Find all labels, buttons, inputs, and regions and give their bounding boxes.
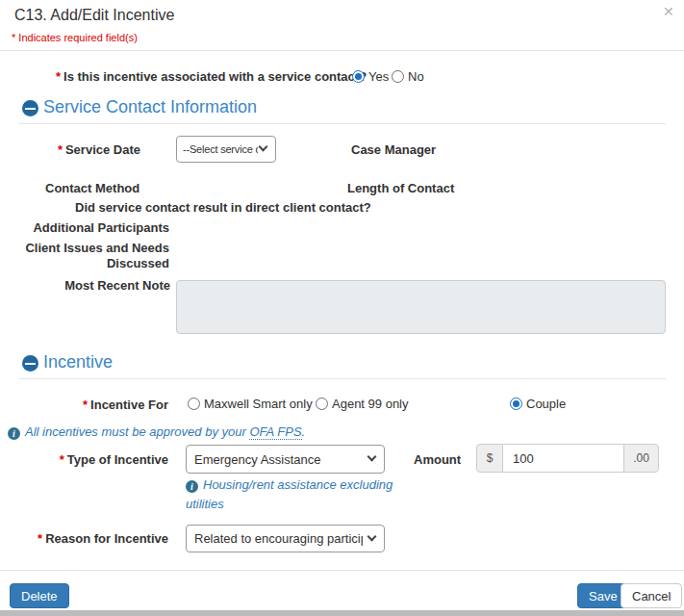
client-issues-label: Client Issues and Needs Discussed (0, 241, 169, 271)
service-contact-question-label: *Is this incentive associated with a ser… (56, 69, 367, 84)
page-background-strip (0, 610, 684, 616)
radio-selected-icon[interactable] (352, 70, 365, 83)
cancel-button[interactable]: Cancel (621, 583, 682, 608)
required-asterisk: * (56, 69, 61, 84)
radio-unselected-icon[interactable] (392, 70, 404, 83)
approval-note: iAll incentives must be approved by your… (8, 423, 305, 442)
section-title-service-contact: Service Contact Information (43, 97, 257, 117)
amount-label: Amount (414, 452, 461, 467)
radio-yes[interactable]: Yes (352, 69, 389, 84)
minus-circle-icon[interactable] (22, 100, 38, 116)
radio-no[interactable]: No (392, 69, 424, 84)
close-icon[interactable]: ✕ (663, 4, 674, 19)
incentive-for-label: *Incentive For (0, 398, 168, 412)
divider (0, 50, 684, 51)
most-recent-note-textarea (176, 280, 666, 334)
radio-unselected-icon[interactable] (316, 398, 328, 410)
ofa-fps-link[interactable]: OFA FPS (249, 424, 301, 440)
most-recent-note-label: Most Recent Note (0, 278, 170, 293)
radio-agent-99-only[interactable]: Agent 99 only (316, 397, 409, 411)
divider (0, 570, 684, 571)
radio-selected-icon[interactable] (510, 398, 522, 410)
info-circle-icon: i (186, 480, 198, 493)
section-title-incentive: Incentive (43, 352, 113, 372)
reason-for-incentive-select[interactable]: Related to encouraging participation (186, 525, 385, 552)
direct-client-contact-label: Did service contact result in direct cli… (75, 200, 371, 215)
required-asterisk: * (60, 452, 64, 467)
divider (19, 123, 666, 124)
chevron-down-icon (367, 452, 377, 462)
required-fields-note: * Indicates required field(s) (12, 32, 138, 43)
chevron-down-icon (259, 142, 268, 152)
divider (19, 378, 666, 379)
required-asterisk: * (38, 531, 42, 546)
contact-method-label: Contact Method (45, 181, 139, 195)
service-date-select[interactable]: --Select service date (176, 136, 276, 163)
type-of-incentive-hint: iHousing/rent assistance excluding utili… (186, 475, 405, 514)
required-asterisk: * (58, 142, 63, 157)
decimal-suffix-addon: .00 (623, 444, 659, 473)
type-of-incentive-label: *Type of Incentive (0, 452, 168, 467)
currency-prefix-addon: $ (476, 444, 503, 473)
additional-participants-label: Additional Participants (0, 220, 169, 235)
delete-button[interactable]: Delete (10, 583, 69, 608)
case-manager-label: Case Manager (351, 142, 436, 157)
amount-input-group: $ .00 (476, 444, 659, 473)
add-edit-incentive-dialog: C13. Add/Edit Incentive ✕ * Indicates re… (0, 0, 684, 616)
service-date-label: *Service Date (0, 142, 140, 157)
radio-unselected-icon[interactable] (188, 398, 200, 410)
type-of-incentive-select[interactable]: Emergency Assistance (186, 445, 385, 474)
radio-maxwell-smart-only[interactable]: Maxwell Smart only (188, 397, 313, 411)
radio-couple[interactable]: Couple (510, 397, 566, 411)
required-asterisk: * (83, 398, 88, 412)
info-circle-icon: i (8, 427, 20, 440)
amount-input[interactable] (503, 444, 624, 473)
chevron-down-icon (367, 531, 377, 541)
length-of-contact-label: Length of Contact (347, 181, 454, 195)
minus-circle-icon[interactable] (22, 355, 38, 372)
dialog-title: C13. Add/Edit Incentive (14, 7, 174, 24)
reason-for-incentive-label: *Reason for Incentive (0, 531, 168, 546)
